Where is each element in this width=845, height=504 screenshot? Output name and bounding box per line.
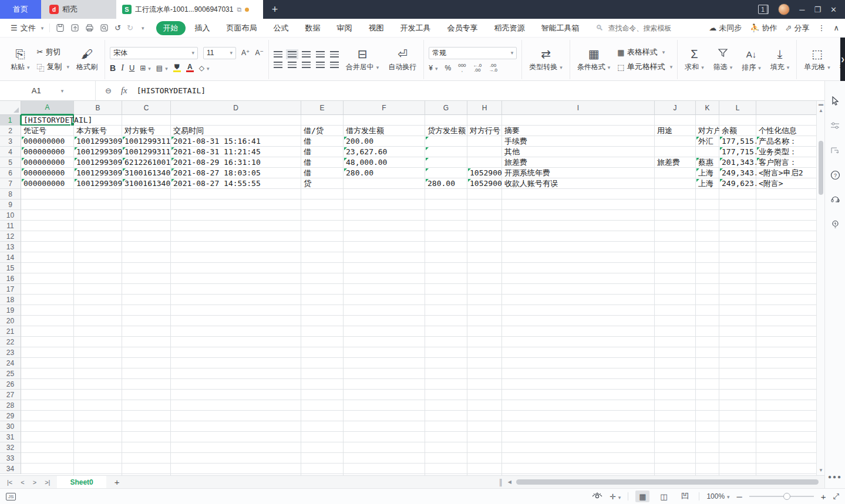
menu-tab-2[interactable]: 页面布局	[220, 21, 264, 35]
cell-E2[interactable]: 借/贷	[301, 126, 344, 136]
cell-K2[interactable]: 对方户名	[696, 126, 719, 136]
row-header-5[interactable]: 5	[0, 157, 21, 168]
zoom-slider-knob[interactable]	[783, 493, 790, 500]
column-header-H[interactable]: H	[467, 101, 502, 115]
close-button[interactable]: ✕	[830, 5, 837, 14]
grid-body[interactable]: [HISTORYDETAIL]凭证号本方账号对方账号交易时间借/贷借方发生额贷方…	[21, 115, 816, 475]
file-menu[interactable]: ☰ 文件 ▾	[6, 23, 48, 33]
italic-button[interactable]: I	[121, 63, 124, 73]
document-tab[interactable]: S 工行流水单-1001...9006947031 ⧉	[116, 0, 263, 19]
page-layout-view-button[interactable]: 凹	[678, 491, 692, 502]
collaborate-button[interactable]: ⛹协作	[750, 23, 777, 33]
row-header-10[interactable]: 10	[0, 210, 21, 221]
row-header-7[interactable]: 7	[0, 178, 21, 189]
decrease-decimal-button[interactable]: .00 →.0	[489, 63, 497, 73]
cell-H7[interactable]: 1052900	[467, 178, 502, 189]
row-header-19[interactable]: 19	[0, 305, 21, 316]
currency-button[interactable]: ¥▾	[429, 64, 437, 72]
column-header-F[interactable]: F	[344, 101, 425, 115]
cell-L6[interactable]: 249,343.	[719, 168, 756, 178]
row-header-32[interactable]: 32	[0, 442, 21, 453]
docer-tab[interactable]: d 稻壳	[41, 0, 116, 19]
reading-mode-eye-icon[interactable]	[592, 492, 602, 502]
sort-button[interactable]: A↓ 排序▾	[739, 46, 763, 74]
cell-B4[interactable]: 1001299309	[74, 147, 122, 157]
redo-icon[interactable]: ↻	[127, 23, 133, 32]
column-header-A[interactable]: A	[21, 101, 74, 115]
cell-I7[interactable]: 收款人账号有误	[502, 178, 655, 189]
cursor-select-icon[interactable]	[829, 95, 841, 107]
menu-tab-8[interactable]: 会员专享	[440, 21, 485, 35]
cell-M4[interactable]: 业务类型：	[756, 147, 816, 157]
normal-view-button[interactable]: ▦	[635, 491, 649, 502]
number-format-select[interactable]: 常规▾	[429, 47, 517, 59]
cell-G5[interactable]	[425, 157, 467, 168]
cell-M6[interactable]: <附言>申启2	[756, 168, 816, 178]
cell-B7[interactable]: 1001299309	[74, 178, 122, 189]
adjust-sliders-icon[interactable]	[829, 120, 841, 131]
underline-button[interactable]: U	[129, 63, 134, 72]
cell-D5[interactable]: 2021-08-29 16:31:10	[171, 157, 301, 168]
cell-B6[interactable]: 1001299309	[74, 168, 122, 178]
column-header-C[interactable]: C	[122, 101, 171, 115]
row-header-11[interactable]: 11	[0, 221, 21, 231]
conditional-format-button[interactable]: ▦ 条件格式▾	[575, 46, 613, 73]
save-icon[interactable]	[56, 23, 65, 32]
justify-icon[interactable]	[316, 62, 325, 68]
cell-F6[interactable]: 280.00	[344, 168, 425, 178]
column-header-D[interactable]: D	[171, 101, 301, 115]
horizontal-split-handle[interactable]: ║	[499, 479, 503, 486]
grow-font-button[interactable]: A⁺	[241, 49, 250, 57]
row-header-23[interactable]: 23	[0, 347, 21, 358]
sync-status[interactable]: ☁未同步	[709, 23, 742, 33]
customer-service-icon[interactable]	[829, 194, 841, 205]
horizontal-scroll-thumb[interactable]	[516, 479, 819, 485]
format-painter-button[interactable]: 🖌︎ 格式刷	[74, 46, 100, 73]
cell-F2[interactable]: 借方发生额	[344, 126, 425, 136]
user-avatar[interactable]	[778, 4, 790, 15]
cell-I2[interactable]: 摘要	[502, 126, 655, 136]
menu-tab-7[interactable]: 开发工具	[393, 21, 438, 35]
filter-button[interactable]: 筛选▾	[711, 46, 735, 73]
row-header-20[interactable]: 20	[0, 316, 21, 326]
increase-indent-icon[interactable]	[330, 51, 339, 57]
page-break-view-button[interactable]: ◫	[657, 491, 671, 502]
cell-format-brush-button[interactable]: ▤▾	[156, 64, 168, 72]
menu-tab-3[interactable]: 公式	[267, 21, 296, 35]
screen-share-icon[interactable]: ⧉	[237, 6, 241, 13]
borders-button[interactable]: ⊞▾	[140, 64, 151, 72]
cell-E7[interactable]: 贷	[301, 178, 344, 189]
increase-decimal-button[interactable]: ←.0 .00	[473, 63, 482, 73]
cell-J2[interactable]: 用途	[655, 126, 696, 136]
cell-F4[interactable]: 23,627.60	[344, 147, 425, 157]
select-all-corner[interactable]	[0, 101, 21, 115]
cell-J5[interactable]: 旅差费	[655, 157, 696, 168]
scroll-up-icon[interactable]: ▲	[817, 108, 825, 113]
cell-C5[interactable]: 6212261001	[122, 157, 171, 168]
menu-tab-5[interactable]: 审阅	[330, 21, 359, 35]
row-header-12[interactable]: 12	[0, 231, 21, 242]
menu-tab-1[interactable]: 插入	[188, 21, 217, 35]
row-header-1[interactable]: 1	[0, 115, 21, 126]
cell-A7[interactable]: 000000000	[21, 178, 74, 189]
cell-style-button[interactable]: ⬚单元格样式▾	[617, 62, 672, 72]
table-style-button[interactable]: ▦表格样式▾	[617, 47, 672, 57]
row-header-27[interactable]: 27	[0, 390, 21, 400]
cell-I3[interactable]: 手续费	[502, 136, 655, 147]
home-tab[interactable]: 首页	[0, 0, 41, 19]
print-preview-icon[interactable]	[100, 23, 109, 32]
cell-H2[interactable]: 对方行号	[467, 126, 502, 136]
add-sheet-button[interactable]: +	[106, 477, 128, 487]
menu-tab-0[interactable]: 开始	[156, 21, 186, 35]
cell-A6[interactable]: 000000000	[21, 168, 74, 178]
cell-D2[interactable]: 交易时间	[171, 126, 301, 136]
menu-tab-6[interactable]: 视图	[362, 21, 391, 35]
row-header-3[interactable]: 3	[0, 136, 21, 147]
row-header-17[interactable]: 17	[0, 284, 21, 295]
row-header-18[interactable]: 18	[0, 295, 21, 305]
cell-I6[interactable]: 开票系统年费	[502, 168, 655, 178]
quick-toolbar-more-icon[interactable]: ▾	[142, 25, 144, 31]
column-header-I[interactable]: I	[502, 101, 655, 115]
cells-button[interactable]: ⬚ 单元格▾	[802, 46, 833, 73]
last-sheet-icon[interactable]: >|	[45, 479, 50, 486]
